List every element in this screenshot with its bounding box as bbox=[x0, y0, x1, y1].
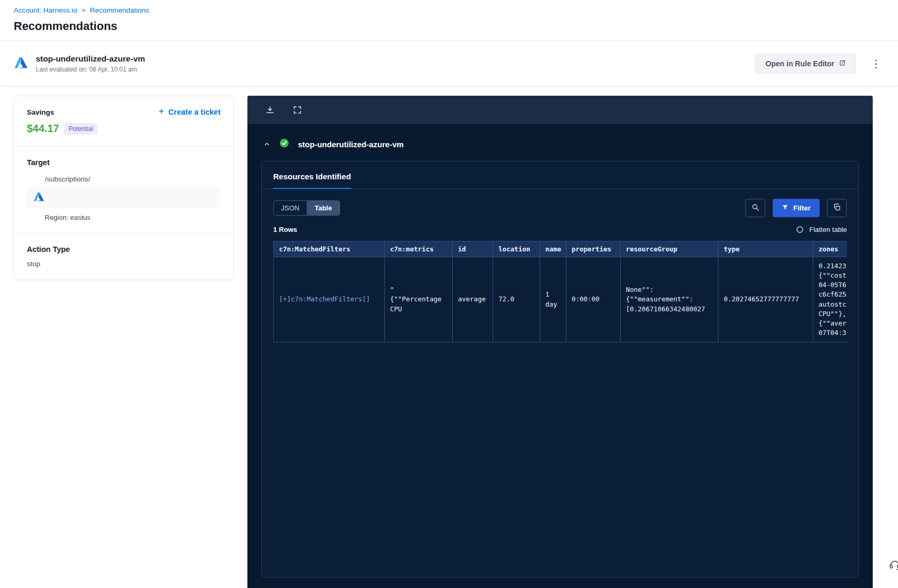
table-controls: JSON Table Filter bbox=[262, 189, 859, 224]
filter-button[interactable]: Filter bbox=[773, 199, 820, 217]
col-header-id: id bbox=[453, 241, 493, 257]
plus-icon bbox=[158, 108, 165, 116]
target-region: Region: eastus bbox=[45, 214, 221, 221]
recommendation-titles: stop-underutilized-azure-vm Last evaluat… bbox=[36, 54, 145, 73]
col-header-location: location bbox=[493, 241, 540, 257]
last-evaluated-text: Last evaluated on: 08 Apr, 10:01 am bbox=[36, 66, 145, 73]
external-link-icon bbox=[839, 59, 846, 68]
table-meta-row: 1 Rows Flatten table bbox=[262, 224, 859, 241]
search-icon bbox=[751, 203, 760, 214]
col-header-zones: zones bbox=[813, 241, 847, 257]
table-header-row: c7n:MatchedFilters c7n:metrics id locati… bbox=[274, 241, 847, 257]
view-table-button[interactable]: Table bbox=[307, 201, 340, 215]
top-bar: Account: Harness.io > Recommendations Re… bbox=[0, 0, 898, 33]
azure-logo-icon bbox=[33, 191, 45, 205]
action-type-value: stop bbox=[27, 260, 221, 268]
azure-logo-icon bbox=[14, 55, 28, 72]
col-header-type: type bbox=[719, 241, 813, 257]
page-title: Recommendations bbox=[14, 19, 884, 33]
resources-table-wrap: c7n:MatchedFilters c7n:metrics id locati… bbox=[273, 241, 847, 342]
cell-zones: 0.21423 {""cost 04-05T6 c6cf625 autostc … bbox=[813, 257, 847, 342]
resources-tabs: Resources Identified bbox=[262, 161, 859, 189]
copy-button[interactable] bbox=[827, 199, 847, 217]
potential-badge: Potential bbox=[64, 123, 97, 135]
divider bbox=[14, 233, 233, 234]
help-support-icon[interactable] bbox=[889, 559, 898, 573]
filter-label: Filter bbox=[793, 204, 811, 212]
breadcrumb-account-link[interactable]: Account: Harness.io bbox=[14, 6, 77, 14]
target-provider-row bbox=[27, 187, 221, 208]
cell-matchedfilters-expand-link[interactable]: [+]c7n:MatchedFilters[] bbox=[274, 257, 385, 342]
rule-result-title: stop-underutilized-azure-vm bbox=[298, 140, 404, 149]
flatten-table-control: Flatten table bbox=[796, 226, 847, 234]
col-header-properties: properties bbox=[566, 241, 621, 257]
table-row: [+]c7n:MatchedFilters[] " {""Percentage … bbox=[274, 257, 847, 342]
view-json-button[interactable]: JSON bbox=[274, 201, 307, 215]
target-label: Target bbox=[27, 158, 221, 167]
rule-result-header: stop-underutilized-azure-vm bbox=[247, 124, 873, 158]
breadcrumb: Account: Harness.io > Recommendations bbox=[14, 6, 884, 14]
recommendation-identity: stop-underutilized-azure-vm Last evaluat… bbox=[14, 54, 145, 73]
col-header-name: name bbox=[540, 241, 566, 257]
col-header-matchedfilters: c7n:MatchedFilters bbox=[274, 241, 385, 257]
create-ticket-label: Create a ticket bbox=[168, 108, 221, 116]
action-type-label: Action Type bbox=[27, 245, 221, 254]
create-ticket-button[interactable]: Create a ticket bbox=[158, 108, 221, 116]
open-rule-editor-label: Open in Rule Editor bbox=[765, 59, 834, 68]
cell-properties: 0:00:00 bbox=[566, 257, 621, 342]
results-toolbar bbox=[247, 96, 873, 124]
recommendation-name: stop-underutilized-azure-vm bbox=[36, 54, 145, 64]
collapse-chevron-up-icon[interactable] bbox=[263, 140, 271, 148]
col-header-metrics: c7n:metrics bbox=[385, 241, 453, 257]
cell-name: 1 day bbox=[540, 257, 566, 342]
open-rule-editor-button[interactable]: Open in Rule Editor bbox=[755, 54, 856, 74]
search-button[interactable] bbox=[745, 199, 765, 217]
flatten-table-label: Flatten table bbox=[809, 226, 847, 234]
recommendation-details-card: Savings Create a ticket $44.17 Potential… bbox=[14, 96, 234, 280]
col-header-resourcegroup: resourceGroup bbox=[621, 241, 719, 257]
savings-label: Savings bbox=[27, 108, 54, 116]
content-area: Savings Create a ticket $44.17 Potential… bbox=[0, 86, 898, 588]
rule-results-panel: stop-underutilized-azure-vm Resources Id… bbox=[247, 96, 873, 588]
recommendation-header: stop-underutilized-azure-vm Last evaluat… bbox=[0, 41, 898, 86]
breadcrumb-recommendations-link[interactable]: Recommendations bbox=[90, 6, 149, 14]
breadcrumb-separator: > bbox=[82, 6, 86, 14]
filter-funnel-icon bbox=[782, 204, 789, 212]
flatten-table-toggle[interactable] bbox=[796, 226, 803, 233]
more-options-menu-icon[interactable]: ⋮ bbox=[867, 58, 884, 69]
cell-location: 72.0 bbox=[493, 257, 540, 342]
savings-amount: $44.17 bbox=[27, 123, 59, 135]
resources-card: Resources Identified JSON Table bbox=[261, 161, 859, 577]
success-check-icon bbox=[279, 138, 290, 150]
download-icon[interactable] bbox=[265, 105, 275, 115]
divider bbox=[14, 146, 233, 147]
cell-type: 0.20274652777777777 bbox=[719, 257, 813, 342]
tab-resources-identified[interactable]: Resources Identified bbox=[273, 172, 351, 189]
cell-metrics: " {""Percentage CPU bbox=[385, 257, 453, 342]
resources-table: c7n:MatchedFilters c7n:metrics id locati… bbox=[273, 241, 847, 342]
header-actions: Open in Rule Editor ⋮ bbox=[755, 54, 884, 74]
expand-fullscreen-icon[interactable] bbox=[293, 105, 302, 115]
copy-icon bbox=[833, 203, 841, 214]
target-subscription-path: /subscriptions/ bbox=[45, 175, 221, 183]
cell-resourcegroup: None"": {""measurement"": [0.20671066342… bbox=[621, 257, 719, 342]
view-mode-toggle: JSON Table bbox=[273, 200, 340, 216]
cell-id: average bbox=[453, 257, 493, 342]
recommendations-page: Account: Harness.io > Recommendations Re… bbox=[0, 0, 898, 588]
rows-count: 1 Rows bbox=[273, 226, 297, 234]
